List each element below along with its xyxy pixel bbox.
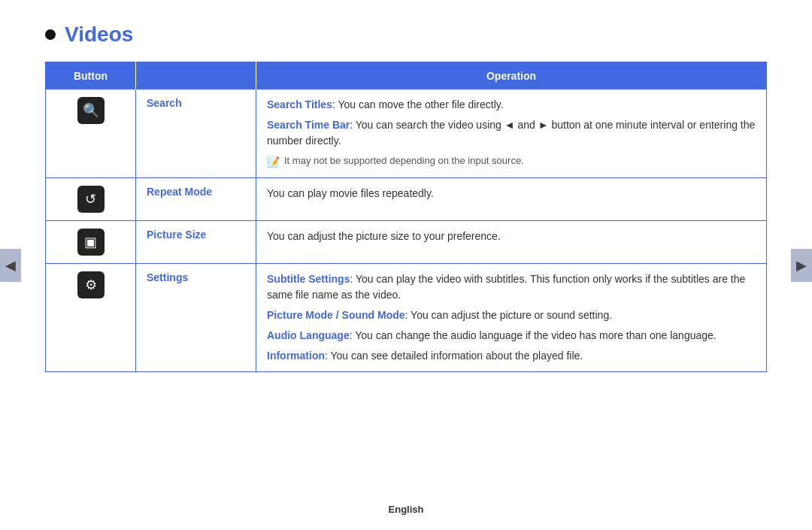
icon-cell: ⚙ bbox=[46, 264, 136, 372]
highlight-text: Picture Mode / Sound Mode bbox=[267, 309, 405, 321]
feature-col-header bbox=[136, 62, 256, 90]
left-arrow-icon: ◀ bbox=[5, 257, 16, 274]
table-row: ↺Repeat ModeYou can play movie files rep… bbox=[46, 178, 767, 221]
table-row: ⚙SettingsSubtitle Settings: You can play… bbox=[46, 264, 767, 372]
highlight-text: Information bbox=[267, 350, 325, 362]
operation-text: Information: You can see detailed inform… bbox=[267, 348, 756, 364]
operation-text: Search Titles: You can move the other fi… bbox=[267, 97, 756, 113]
operation-text: Audio Language: You can change the audio… bbox=[267, 328, 756, 344]
highlight-text: Search Time Bar bbox=[267, 119, 350, 131]
icon-cell: ↺ bbox=[46, 178, 136, 221]
button-icon: 🔍 bbox=[77, 97, 105, 124]
title-bullet bbox=[45, 29, 56, 40]
icon-cell: ▣ bbox=[46, 221, 136, 264]
page-container: Videos Button Operation 🔍SearchSearch Ti… bbox=[0, 0, 812, 395]
highlight-text: Subtitle Settings bbox=[267, 273, 350, 285]
feature-name: Picture Size bbox=[136, 221, 256, 264]
operation-text: Picture Mode / Sound Mode: You can adjus… bbox=[267, 307, 756, 323]
table-row: 🔍SearchSearch Titles: You can move the o… bbox=[46, 89, 767, 178]
footer: English bbox=[0, 504, 812, 515]
feature-name: Repeat Mode bbox=[136, 178, 256, 221]
nav-arrow-left[interactable]: ◀ bbox=[0, 249, 21, 282]
note-icon: 📝 bbox=[267, 154, 280, 170]
footer-language: English bbox=[389, 504, 424, 515]
button-icon: ↺ bbox=[77, 186, 105, 213]
operation-col-header: Operation bbox=[256, 62, 767, 90]
page-title-row: Videos bbox=[45, 23, 767, 47]
button-icon: ⚙ bbox=[77, 271, 105, 298]
button-col-header: Button bbox=[46, 62, 136, 90]
feature-name: Search bbox=[136, 89, 256, 178]
main-table: Button Operation 🔍SearchSearch Titles: Y… bbox=[45, 62, 767, 372]
button-icon: ▣ bbox=[77, 229, 105, 256]
nav-arrow-right[interactable]: ▶ bbox=[791, 249, 812, 282]
table-row: ▣Picture SizeYou can adjust the picture … bbox=[46, 221, 767, 264]
operation-text: You can adjust the picture size to your … bbox=[267, 229, 756, 244]
operation-cell: You can adjust the picture size to your … bbox=[256, 221, 767, 264]
feature-name: Settings bbox=[136, 264, 256, 372]
page-title: Videos bbox=[65, 23, 133, 47]
icon-cell: 🔍 bbox=[46, 89, 136, 178]
operation-text: 📝It may not be supported depending on th… bbox=[267, 153, 756, 170]
table-header-row: Button Operation bbox=[46, 62, 767, 90]
operation-text: You can play movie files repeatedly. bbox=[267, 186, 756, 201]
operation-cell: Search Titles: You can move the other fi… bbox=[256, 89, 767, 178]
operation-cell: You can play movie files repeatedly. bbox=[256, 178, 767, 221]
operation-text: Subtitle Settings: You can play the vide… bbox=[267, 271, 756, 303]
highlight-text: Audio Language bbox=[267, 329, 350, 341]
highlight-text: Search Titles bbox=[267, 98, 332, 111]
operation-cell: Subtitle Settings: You can play the vide… bbox=[256, 264, 767, 372]
operation-text: Search Time Bar: You can search the vide… bbox=[267, 117, 756, 149]
note-text: It may not be supported depending on the… bbox=[284, 153, 524, 168]
right-arrow-icon: ▶ bbox=[796, 257, 807, 274]
